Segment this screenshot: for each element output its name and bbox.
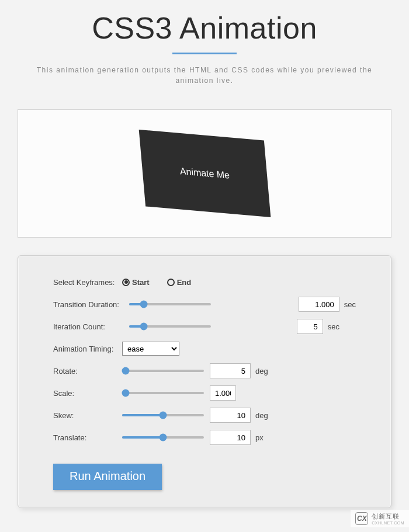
scale-slider[interactable] <box>122 392 204 394</box>
duration-slider[interactable] <box>129 303 211 305</box>
slider-thumb[interactable] <box>160 434 167 441</box>
radio-icon <box>167 279 175 286</box>
watermark-text-sub: CXHLNET.COM <box>372 521 404 525</box>
scale-input[interactable] <box>210 385 236 401</box>
controls-panel: Select Keyframes: Start End Transition D… <box>18 255 391 508</box>
skew-row: Skew: deg <box>53 405 356 425</box>
iteration-slider[interactable] <box>129 325 211 328</box>
translate-slider[interactable] <box>122 436 204 439</box>
slider-thumb[interactable] <box>140 323 148 331</box>
translate-input[interactable] <box>210 430 251 445</box>
duration-row: Transition Duration: sec <box>53 294 356 314</box>
timing-row: Animation Timing: ease <box>53 339 356 359</box>
slider-thumb[interactable] <box>160 412 167 419</box>
preview-panel: Animate Me <box>18 109 391 238</box>
animate-box-label: Animate Me <box>179 166 230 181</box>
keyframes-label: Select Keyframes: <box>53 278 122 287</box>
keyframe-end-radio[interactable]: End <box>167 278 192 287</box>
keyframe-start-radio[interactable]: Start <box>122 278 150 287</box>
slider-thumb[interactable] <box>122 390 129 397</box>
rotate-label: Rotate: <box>53 367 122 375</box>
rotate-input[interactable] <box>210 363 251 378</box>
translate-unit: px <box>255 433 264 442</box>
slider-thumb[interactable] <box>140 301 148 308</box>
scale-label: Scale: <box>53 389 122 398</box>
watermark: CX 创新互联 CXHLNET.COM <box>351 510 409 526</box>
slider-fill <box>122 436 163 439</box>
watermark-text-main: 创新互联 <box>372 512 404 521</box>
slider-thumb[interactable] <box>122 367 129 375</box>
duration-input[interactable] <box>299 297 339 312</box>
run-animation-button[interactable]: Run Animation <box>53 464 162 490</box>
keyframes-row: Select Keyframes: Start End <box>53 272 356 292</box>
watermark-logo-icon: CX <box>355 512 368 525</box>
radio-icon <box>122 279 130 286</box>
duration-label: Transition Duration: <box>53 300 122 309</box>
scale-row: Scale: <box>53 383 356 403</box>
title-underline <box>172 53 237 54</box>
skew-slider[interactable] <box>122 414 204 416</box>
timing-select[interactable]: ease <box>122 342 179 356</box>
keyframe-end-label: End <box>177 278 192 287</box>
translate-row: Translate: px <box>53 427 356 447</box>
iteration-unit: sec <box>328 322 339 331</box>
skew-input[interactable] <box>210 408 251 423</box>
slider-fill <box>122 414 163 416</box>
iteration-label: Iteration Count: <box>53 322 122 331</box>
animate-box: Animate Me <box>138 130 271 217</box>
iteration-input[interactable] <box>297 319 323 334</box>
iteration-row: Iteration Count: sec <box>53 317 356 336</box>
page-title: CSS3 Animation <box>0 11 409 46</box>
timing-label: Animation Timing: <box>53 345 122 353</box>
duration-unit: sec <box>344 300 356 309</box>
rotate-row: Rotate: deg <box>53 361 356 381</box>
page-subtitle: This animation generation outputs the HT… <box>0 65 409 86</box>
keyframe-start-label: Start <box>132 278 150 287</box>
rotate-slider[interactable] <box>122 370 204 372</box>
rotate-unit: deg <box>255 367 268 375</box>
skew-unit: deg <box>255 411 268 420</box>
translate-label: Translate: <box>53 433 122 442</box>
keyframes-radio-group: Start End <box>122 278 191 287</box>
skew-label: Skew: <box>53 411 122 420</box>
